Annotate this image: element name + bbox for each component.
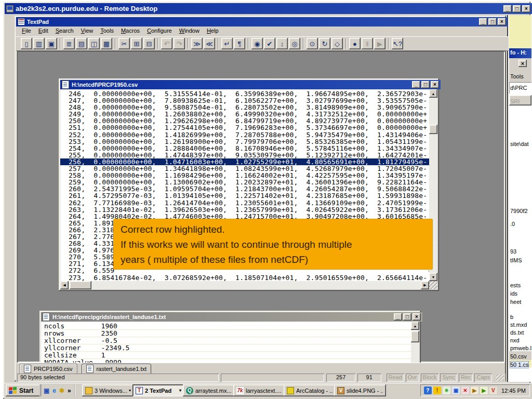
document-properties-icon[interactable]: ≣: [63, 38, 75, 49]
toolbar-separator: [303, 38, 304, 49]
security-alert-tray-icon[interactable]: !: [433, 387, 441, 394]
textpad-maximize-button[interactable]: □: [488, 18, 497, 25]
record-macro-icon[interactable]: ●: [349, 38, 361, 49]
landuse-maximize-button[interactable]: □: [403, 313, 411, 321]
quick-launch-ie-icon[interactable]: e: [52, 387, 56, 394]
csv-maximize-button[interactable]: □: [421, 81, 430, 88]
visible-whitespace-icon[interactable]: ⊙: [307, 38, 318, 49]
stop-macro-icon: ‖: [362, 38, 373, 49]
landuse-close-button[interactable]: ×: [413, 313, 421, 321]
show-formatting-icon[interactable]: ¶: [234, 38, 245, 49]
open-file-icon[interactable]: ▥: [33, 38, 45, 49]
taskbar-button-label: arraytest.mx...: [195, 388, 232, 394]
save-file-icon[interactable]: ▣: [46, 38, 57, 49]
csv-row: 273, 6.85416784e-02, 3.07268592e+00, 1.1…: [60, 274, 429, 281]
textpad-minimize-button[interactable]: _: [479, 18, 487, 25]
menu-edit[interactable]: Edit: [35, 26, 52, 35]
antivirus-tray-icon[interactable]: V: [489, 387, 497, 394]
help-tray-icon[interactable]: ?: [424, 387, 432, 394]
csv-row: 255, 0.00000000e+00, 1.47448397e+00, 9.0…: [60, 152, 429, 158]
csv-minimize-button[interactable]: _: [412, 81, 420, 88]
taskbar-button-label: larryasctext....: [246, 388, 282, 394]
taskbar-button-arraytest-mx-[interactable]: Qarraytest.mx...: [183, 384, 235, 396]
print-preview-icon[interactable]: ◫: [88, 38, 100, 49]
menu-macros[interactable]: Macros: [117, 26, 143, 35]
csv-hscroll-thumb[interactable]: [70, 281, 91, 289]
taskbar-button-larryasctext-[interactable]: 7klarryasctext....: [233, 384, 285, 396]
landuse-titlebar[interactable]: H:\netcdf\precipgrids\rastert_landuse1.t…: [41, 312, 422, 322]
cut-icon[interactable]: ✂: [118, 38, 130, 49]
landuse-line: nrows 2350: [44, 330, 414, 337]
textpad-titlebar[interactable]: TextPad _ □ ×: [16, 17, 508, 26]
quick-launch-app-icon[interactable]: ✱: [59, 387, 64, 394]
menu-help[interactable]: Help: [203, 26, 222, 35]
menu-tools[interactable]: Tools: [97, 26, 117, 35]
tab-rastert-landuse1-txt[interactable]: rastert_landuse1.txt: [82, 364, 151, 374]
csv-scroll-right-arrow[interactable]: ▶: [421, 281, 429, 289]
csv-horizontal-scrollbar[interactable]: ◀ ▶: [60, 281, 429, 289]
paste-icon[interactable]: ⊟: [143, 38, 155, 49]
textpad-icon: T: [136, 387, 143, 394]
csv-scroll-left-arrow[interactable]: ◀: [60, 281, 69, 289]
background-fragment-button[interactable]: SRI: [510, 98, 520, 104]
landuse-scroll-up-arrow[interactable]: ▲: [411, 322, 419, 330]
taskbar-button-3-windows-[interactable]: 3 Windows...▾: [82, 384, 134, 396]
csv-scroll-up-arrow[interactable]: ▲: [429, 89, 437, 98]
network-tray-icon[interactable]: ▣: [452, 387, 460, 394]
csv-scroll-thumb[interactable]: [429, 125, 437, 134]
copy-icon[interactable]: ⊞: [131, 38, 142, 49]
background-window-strip[interactable]: fo - H:×Toolsd\PRCSRIsite\dat7990f2.093t…: [507, 15, 531, 382]
statusbar-resize-grip[interactable]: [496, 374, 504, 381]
taskbar-button-slide4-png-[interactable]: Vslide4.PNG - ...: [334, 384, 386, 396]
taskbar-button-2-textpad[interactable]: T2 TextPad▾: [132, 384, 184, 396]
status-column-number: 91: [357, 374, 381, 382]
quick-launch-desktop-icon[interactable]: ▣: [44, 387, 49, 394]
menu-file[interactable]: File: [18, 26, 35, 35]
disconnect-tray-icon[interactable]: ✕: [461, 387, 469, 394]
spell-check-icon[interactable]: ✔: [264, 38, 275, 49]
csv-titlebar[interactable]: H:\netcdf\PRCP1950.csv _ □ ×: [60, 80, 441, 89]
bookmark-search-icon[interactable]: ◇: [331, 38, 343, 49]
menu-configure[interactable]: Configure: [143, 26, 176, 35]
landuse-vertical-scrollbar[interactable]: ▲: [411, 322, 419, 363]
dropdown-caret-icon[interactable]: ▾: [129, 388, 131, 393]
start-button-label: Start: [19, 387, 33, 394]
csv-resize-grip[interactable]: [429, 281, 437, 289]
menu-window[interactable]: Window: [176, 26, 203, 35]
landuse-minimize-button[interactable]: _: [394, 313, 402, 321]
undo-icon: ↶: [161, 38, 172, 49]
taskbar-clock[interactable]: 12:45 PM: [501, 388, 526, 394]
update-tray-icon[interactable]: ✳: [443, 387, 450, 394]
start-button[interactable]: Start: [6, 384, 41, 396]
script-play-tray-icon[interactable]: ▶: [480, 387, 488, 394]
indent-icon[interactable]: ≫: [191, 38, 203, 49]
sort-icon[interactable]: ↕: [276, 38, 288, 49]
status-indicator-caps: Caps: [474, 374, 492, 382]
find-in-files-icon[interactable]: ◎: [289, 38, 300, 49]
remote-desktop-titlebar[interactable]: abe2k3s2.ecn.purdue.edu - Remote Desktop…: [5, 3, 532, 14]
incremental-search-icon[interactable]: ↻: [319, 38, 330, 49]
landuse-line: NODATA value -9999: [44, 359, 414, 363]
new-document-icon[interactable]: ▯: [21, 38, 32, 49]
macro-play-tray-icon[interactable]: ▶: [471, 387, 478, 394]
context-help-icon[interactable]: ↖?: [392, 38, 403, 49]
word-wrap-icon[interactable]: ↵: [221, 38, 233, 49]
dropdown-caret-icon[interactable]: ▾: [179, 388, 181, 393]
print-icon[interactable]: ▤: [76, 38, 87, 49]
textpad-close-button[interactable]: ×: [498, 18, 506, 25]
menu-search[interactable]: Search: [52, 26, 77, 35]
tab-prcp1950-csv[interactable]: PRCP1950.csv: [19, 364, 77, 374]
landuse-scroll-thumb[interactable]: [411, 331, 419, 342]
csv-doc-icon: [62, 81, 69, 89]
csv-close-button[interactable]: ×: [431, 81, 439, 88]
view-source-icon[interactable]: ▦: [101, 38, 112, 49]
background-close-icon[interactable]: ×: [518, 60, 527, 67]
menu-view[interactable]: View: [77, 26, 97, 35]
callout-annotation: Correct row highlighted.If this works we…: [113, 219, 433, 270]
csv-scroll-down-arrow[interactable]: ▼: [429, 273, 437, 281]
web-preview-icon[interactable]: ◉: [251, 38, 263, 49]
outdent-icon[interactable]: ≪: [204, 38, 215, 49]
landuse-text-area[interactable]: ncols 1960nrows 2350xllcorner -0.5yllcor…: [41, 322, 414, 363]
quick-launch-chevron[interactable]: »: [68, 387, 71, 394]
taskbar-button-arccatalog-[interactable]: ArcCatalog - ...: [284, 384, 336, 396]
